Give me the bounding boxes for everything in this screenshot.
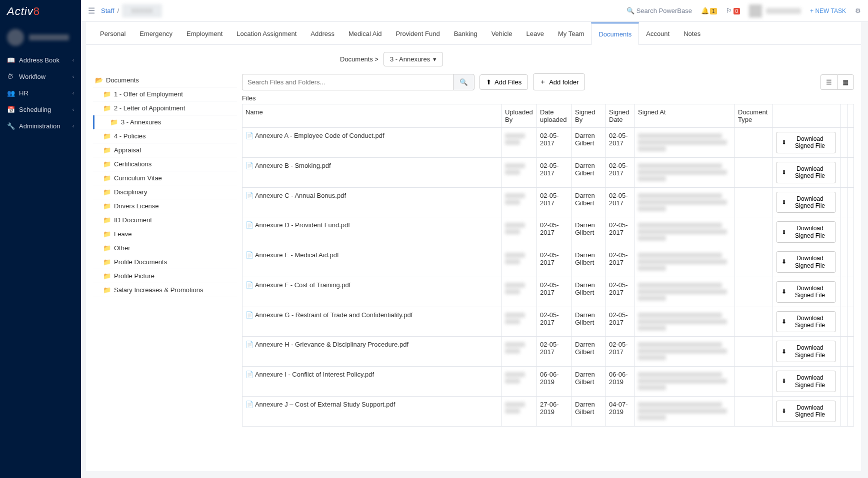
tab-my-team[interactable]: My Team (551, 22, 592, 44)
tab-leave[interactable]: Leave (520, 22, 551, 44)
column-header[interactable] (841, 104, 848, 128)
folder-open-icon: 📂 (95, 76, 103, 84)
sidebar-item-hr[interactable]: 👥HR‹ (0, 85, 81, 101)
cell-name[interactable]: 📄 Annexure H - Grievance & Disciplinary … (242, 337, 502, 367)
column-header[interactable]: Uploaded By (502, 104, 537, 128)
cell-signed-by: Darren Gilbert (572, 397, 606, 427)
tree-item[interactable]: 📁Other (93, 241, 237, 255)
download-signed-button[interactable]: ⬇Download Signed File (776, 132, 836, 153)
tree-item[interactable]: 📁Certifications (93, 157, 237, 171)
menu-toggle-icon[interactable]: ☰ (88, 6, 95, 15)
new-task-button[interactable]: + NEW TASK (810, 7, 846, 14)
settings-icon[interactable]: ⚙ (855, 7, 861, 14)
tree-item[interactable]: 📁Curriculum Vitae (93, 171, 237, 185)
tab-emergency[interactable]: Emergency (132, 22, 180, 44)
tree-item[interactable]: 📁Leave (93, 227, 237, 241)
download-signed-button[interactable]: ⬇Download Signed File (776, 221, 836, 243)
cell-date-uploaded: 02-05-2017 (537, 157, 572, 187)
download-signed-button[interactable]: ⬇Download Signed File (776, 371, 836, 392)
tree-item[interactable]: 📁2 - Letter of Appointment (93, 101, 237, 115)
cell-name[interactable]: 📄 Annexure J – Cost of External Study Su… (242, 397, 502, 427)
tree-item[interactable]: 📁4 - Policies (93, 129, 237, 143)
tree-item[interactable]: 📁3 - Annexures (93, 115, 237, 129)
tab-notes[interactable]: Notes (676, 22, 708, 44)
tree-root-item[interactable]: 📂 Documents (93, 73, 237, 87)
add-folder-button[interactable]: ＋Add folder (533, 73, 585, 90)
cell-date-uploaded: 02-05-2017 (537, 217, 572, 247)
tree-item[interactable]: 📁Profile Documents (93, 255, 237, 269)
cell-name[interactable]: 📄 Annexure G - Restraint of Trade and Co… (242, 307, 502, 337)
tree-item[interactable]: 📁Profile Picture (93, 269, 237, 283)
cell-actions: ⬇Download Signed File (773, 397, 841, 427)
tree-item[interactable]: 📁Salary Increases & Promotions (93, 283, 237, 297)
download-signed-button[interactable]: ⬇Download Signed File (776, 311, 836, 333)
tab-documents[interactable]: Documents (591, 22, 639, 45)
add-files-button[interactable]: ⬆Add Files (480, 74, 528, 90)
cell-actions: ⬇Download Signed File (773, 307, 841, 337)
cell-name[interactable]: 📄 Annexure D - Provident Fund.pdf (242, 217, 502, 247)
column-header[interactable]: Name (242, 104, 502, 128)
cell-name[interactable]: 📄 Annexure F - Cost of Training.pdf (242, 277, 502, 307)
tab-personal[interactable]: Personal (93, 22, 132, 44)
sidebar-item-address-book[interactable]: 📖Address Book‹ (0, 52, 81, 68)
view-grid-button[interactable]: ▦ (837, 74, 854, 90)
column-header[interactable] (773, 104, 841, 128)
breadcrumb-root[interactable]: Staff (101, 7, 114, 14)
folder-icon: 📁 (103, 174, 111, 182)
tab-banking[interactable]: Banking (447, 22, 484, 44)
nav-icon: 👥 (7, 89, 15, 97)
tab-vehicle[interactable]: Vehicle (484, 22, 520, 44)
tree-item[interactable]: 📁1 - Offer of Employment (93, 87, 237, 101)
flags-icon[interactable]: 🏳0 (726, 7, 740, 14)
cell-actions: ⬇Download Signed File (773, 157, 841, 187)
column-header[interactable]: Signed By (572, 104, 606, 128)
notifications-bell[interactable]: 🔔1 (701, 7, 717, 14)
tree-item-label: Profile Documents (114, 258, 167, 266)
column-header[interactable]: Document Type (735, 104, 773, 128)
cell-pad (848, 247, 854, 277)
cell-name[interactable]: 📄 Annexure A - Employee Code of Conduct.… (242, 128, 502, 158)
cell-signed-date: 02-05-2017 (606, 307, 635, 337)
tab-account[interactable]: Account (639, 22, 676, 44)
download-signed-button[interactable]: ⬇Download Signed File (776, 251, 836, 273)
column-header[interactable] (848, 104, 854, 128)
tab-provident-fund[interactable]: Provident Fund (388, 22, 446, 44)
cell-name[interactable]: 📄 Annexure I - Conflict of Interest Poli… (242, 367, 502, 397)
tree-item[interactable]: 📁ID Document (93, 213, 237, 227)
folder-dropdown[interactable]: 3 - Annexures ▾ (384, 52, 443, 66)
sidebar-item-workflow[interactable]: ⏱Workflow‹ (0, 68, 81, 85)
tab-address[interactable]: Address (304, 22, 342, 44)
doc-breadcrumb-root[interactable]: Documents > (340, 55, 378, 63)
view-list-button[interactable]: ☰ (820, 74, 837, 90)
tab-employment[interactable]: Employment (180, 22, 230, 44)
sidebar-user[interactable] (0, 23, 81, 52)
column-header[interactable]: Date uploaded (537, 104, 572, 128)
tab-location-assignment[interactable]: Location Assignment (230, 22, 304, 44)
topbar-user[interactable] (749, 4, 801, 17)
cell-signed-by: Darren Gilbert (572, 187, 606, 217)
tree-item[interactable]: 📁Disciplinary (93, 185, 237, 199)
search-input[interactable] (242, 74, 453, 90)
table-row: 📄 Annexure H - Grievance & Disciplinary … (242, 337, 854, 367)
cell-name[interactable]: 📄 Annexure C - Annual Bonus.pdf (242, 187, 502, 217)
global-search[interactable]: 🔍 Search PowerBase (626, 7, 692, 14)
tree-item[interactable]: 📁Drivers License (93, 199, 237, 213)
download-signed-button[interactable]: ⬇Download Signed File (776, 281, 836, 303)
download-signed-button[interactable]: ⬇Download Signed File (776, 341, 836, 362)
sidebar-item-administration[interactable]: 🔧Administration‹ (0, 118, 81, 134)
cell-name[interactable]: 📄 Annexure E - Medical Aid.pdf (242, 247, 502, 277)
download-signed-button[interactable]: ⬇Download Signed File (776, 162, 836, 183)
download-signed-button[interactable]: ⬇Download Signed File (776, 192, 836, 213)
download-icon: ⬇ (782, 229, 786, 236)
logo: Activ8 (0, 0, 81, 23)
tree-item-label: Certifications (114, 160, 152, 168)
column-header[interactable]: Signed Date (606, 104, 635, 128)
cell-name[interactable]: 📄 Annexure B - Smoking.pdf (242, 157, 502, 187)
file-icon: 📄 (246, 192, 254, 199)
sidebar-item-scheduling[interactable]: 📅Scheduling‹ (0, 101, 81, 118)
search-button[interactable]: 🔍 (453, 74, 474, 90)
tab-medical-aid[interactable]: Medical Aid (342, 22, 388, 44)
tree-item[interactable]: 📁Appraisal (93, 143, 237, 157)
download-signed-button[interactable]: ⬇Download Signed File (776, 401, 836, 422)
column-header[interactable]: Signed At (635, 104, 735, 128)
